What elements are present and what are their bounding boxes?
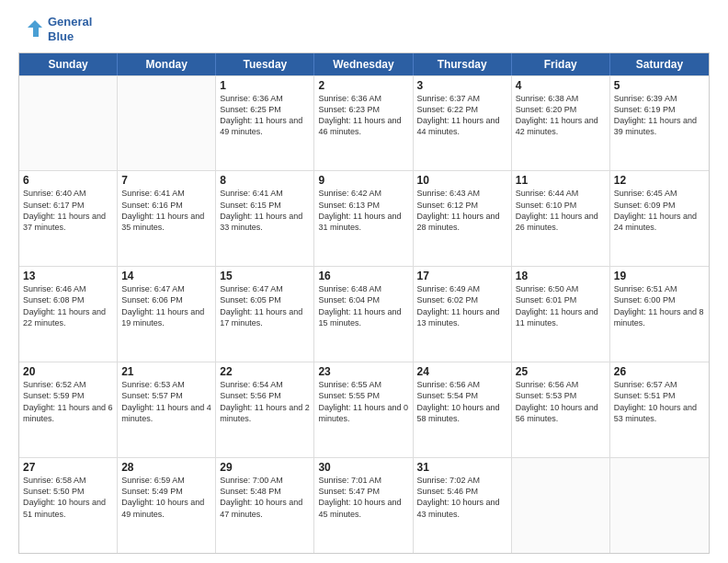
calendar-cell: 3Sunrise: 6:37 AM Sunset: 6:22 PM Daylig… bbox=[414, 76, 512, 171]
calendar-cell bbox=[118, 76, 216, 171]
day-number: 23 bbox=[318, 365, 408, 378]
day-number: 6 bbox=[23, 174, 113, 187]
header-day-wednesday: Wednesday bbox=[314, 53, 413, 75]
logo-container: GeneralBlue bbox=[18, 15, 92, 45]
cell-info: Sunrise: 6:48 AM Sunset: 6:04 PM Dayligh… bbox=[318, 283, 408, 328]
calendar-cell: 8Sunrise: 6:41 AM Sunset: 6:15 PM Daylig… bbox=[216, 171, 314, 266]
cell-info: Sunrise: 6:52 AM Sunset: 5:59 PM Dayligh… bbox=[23, 379, 113, 424]
day-number: 9 bbox=[318, 174, 408, 187]
header-day-monday: Monday bbox=[118, 53, 216, 75]
calendar-cell: 24Sunrise: 6:56 AM Sunset: 5:54 PM Dayli… bbox=[414, 362, 512, 457]
cell-info: Sunrise: 6:49 AM Sunset: 6:02 PM Dayligh… bbox=[417, 283, 507, 328]
calendar: SundayMondayTuesdayWednesdayThursdayFrid… bbox=[18, 52, 710, 555]
cell-info: Sunrise: 7:02 AM Sunset: 5:46 PM Dayligh… bbox=[417, 475, 507, 520]
day-number: 15 bbox=[220, 270, 310, 282]
day-number: 25 bbox=[516, 365, 606, 378]
calendar-row-1: 6Sunrise: 6:40 AM Sunset: 6:17 PM Daylig… bbox=[19, 170, 709, 266]
header: GeneralBlue bbox=[18, 15, 710, 45]
day-number: 2 bbox=[318, 79, 408, 92]
calendar-row-2: 13Sunrise: 6:46 AM Sunset: 6:08 PM Dayli… bbox=[19, 266, 709, 362]
day-number: 19 bbox=[614, 270, 705, 282]
calendar-cell: 30Sunrise: 7:01 AM Sunset: 5:47 PM Dayli… bbox=[314, 458, 413, 553]
calendar-cell: 1Sunrise: 6:36 AM Sunset: 6:25 PM Daylig… bbox=[216, 76, 314, 171]
cell-info: Sunrise: 6:51 AM Sunset: 6:00 PM Dayligh… bbox=[614, 283, 705, 328]
day-number: 17 bbox=[417, 270, 507, 282]
calendar-cell: 31Sunrise: 7:02 AM Sunset: 5:46 PM Dayli… bbox=[414, 458, 512, 553]
calendar-cell: 15Sunrise: 6:47 AM Sunset: 6:05 PM Dayli… bbox=[216, 267, 314, 362]
logo: GeneralBlue bbox=[18, 15, 92, 45]
calendar-cell: 23Sunrise: 6:55 AM Sunset: 5:55 PM Dayli… bbox=[314, 362, 413, 457]
calendar-cell: 16Sunrise: 6:48 AM Sunset: 6:04 PM Dayli… bbox=[314, 267, 413, 362]
day-number: 7 bbox=[121, 174, 211, 187]
header-day-saturday: Saturday bbox=[610, 53, 709, 75]
calendar-body: 1Sunrise: 6:36 AM Sunset: 6:25 PM Daylig… bbox=[19, 75, 709, 554]
day-number: 16 bbox=[318, 270, 408, 282]
day-number: 27 bbox=[23, 461, 113, 474]
cell-info: Sunrise: 6:41 AM Sunset: 6:15 PM Dayligh… bbox=[220, 188, 310, 233]
day-number: 31 bbox=[417, 461, 507, 474]
cell-info: Sunrise: 6:41 AM Sunset: 6:16 PM Dayligh… bbox=[121, 188, 211, 233]
calendar-header: SundayMondayTuesdayWednesdayThursdayFrid… bbox=[19, 53, 709, 75]
cell-info: Sunrise: 6:42 AM Sunset: 6:13 PM Dayligh… bbox=[318, 188, 408, 233]
day-number: 13 bbox=[23, 270, 113, 282]
day-number: 10 bbox=[417, 174, 507, 187]
day-number: 5 bbox=[614, 79, 705, 92]
header-day-thursday: Thursday bbox=[414, 53, 512, 75]
logo-bird-icon bbox=[18, 17, 44, 42]
logo-text: GeneralBlue bbox=[48, 15, 92, 45]
calendar-cell: 6Sunrise: 6:40 AM Sunset: 6:17 PM Daylig… bbox=[19, 171, 118, 266]
cell-info: Sunrise: 6:46 AM Sunset: 6:08 PM Dayligh… bbox=[23, 283, 113, 328]
day-number: 4 bbox=[516, 79, 606, 92]
calendar-cell: 29Sunrise: 7:00 AM Sunset: 5:48 PM Dayli… bbox=[216, 458, 314, 553]
calendar-cell bbox=[512, 458, 610, 553]
calendar-cell: 18Sunrise: 6:50 AM Sunset: 6:01 PM Dayli… bbox=[512, 267, 610, 362]
calendar-cell bbox=[610, 458, 709, 553]
cell-info: Sunrise: 7:01 AM Sunset: 5:47 PM Dayligh… bbox=[318, 475, 408, 520]
day-number: 3 bbox=[417, 79, 507, 92]
cell-info: Sunrise: 6:36 AM Sunset: 6:25 PM Dayligh… bbox=[220, 93, 310, 138]
calendar-row-4: 27Sunrise: 6:58 AM Sunset: 5:50 PM Dayli… bbox=[19, 457, 709, 553]
day-number: 24 bbox=[417, 365, 507, 378]
cell-info: Sunrise: 6:37 AM Sunset: 6:22 PM Dayligh… bbox=[417, 93, 507, 138]
day-number: 8 bbox=[220, 174, 310, 187]
cell-info: Sunrise: 6:40 AM Sunset: 6:17 PM Dayligh… bbox=[23, 188, 113, 233]
cell-info: Sunrise: 6:59 AM Sunset: 5:49 PM Dayligh… bbox=[121, 475, 211, 520]
day-number: 22 bbox=[220, 365, 310, 378]
calendar-cell: 27Sunrise: 6:58 AM Sunset: 5:50 PM Dayli… bbox=[19, 458, 118, 553]
cell-info: Sunrise: 6:47 AM Sunset: 6:05 PM Dayligh… bbox=[220, 283, 310, 328]
day-number: 30 bbox=[318, 461, 408, 474]
page: GeneralBlue SundayMondayTuesdayWednesday… bbox=[0, 0, 728, 563]
calendar-cell: 21Sunrise: 6:53 AM Sunset: 5:57 PM Dayli… bbox=[118, 362, 216, 457]
cell-info: Sunrise: 6:38 AM Sunset: 6:20 PM Dayligh… bbox=[516, 93, 606, 138]
calendar-cell bbox=[19, 76, 118, 171]
calendar-cell: 11Sunrise: 6:44 AM Sunset: 6:10 PM Dayli… bbox=[512, 171, 610, 266]
cell-info: Sunrise: 6:36 AM Sunset: 6:23 PM Dayligh… bbox=[318, 93, 408, 138]
day-number: 1 bbox=[220, 79, 310, 92]
cell-info: Sunrise: 7:00 AM Sunset: 5:48 PM Dayligh… bbox=[220, 475, 310, 520]
cell-info: Sunrise: 6:44 AM Sunset: 6:10 PM Dayligh… bbox=[516, 188, 606, 233]
day-number: 11 bbox=[516, 174, 606, 187]
calendar-row-3: 20Sunrise: 6:52 AM Sunset: 5:59 PM Dayli… bbox=[19, 362, 709, 457]
calendar-cell: 17Sunrise: 6:49 AM Sunset: 6:02 PM Dayli… bbox=[414, 267, 512, 362]
day-number: 12 bbox=[614, 174, 705, 187]
day-number: 29 bbox=[220, 461, 310, 474]
cell-info: Sunrise: 6:58 AM Sunset: 5:50 PM Dayligh… bbox=[23, 475, 113, 520]
day-number: 18 bbox=[516, 270, 606, 282]
cell-info: Sunrise: 6:39 AM Sunset: 6:19 PM Dayligh… bbox=[614, 93, 705, 138]
calendar-cell: 2Sunrise: 6:36 AM Sunset: 6:23 PM Daylig… bbox=[314, 76, 413, 171]
calendar-cell: 10Sunrise: 6:43 AM Sunset: 6:12 PM Dayli… bbox=[414, 171, 512, 266]
calendar-row-0: 1Sunrise: 6:36 AM Sunset: 6:25 PM Daylig… bbox=[19, 75, 709, 171]
header-day-sunday: Sunday bbox=[19, 53, 118, 75]
day-number: 20 bbox=[23, 365, 113, 378]
cell-info: Sunrise: 6:55 AM Sunset: 5:55 PM Dayligh… bbox=[318, 379, 408, 424]
day-number: 28 bbox=[121, 461, 211, 474]
calendar-cell: 14Sunrise: 6:47 AM Sunset: 6:06 PM Dayli… bbox=[118, 267, 216, 362]
header-day-friday: Friday bbox=[512, 53, 610, 75]
day-number: 21 bbox=[121, 365, 211, 378]
cell-info: Sunrise: 6:53 AM Sunset: 5:57 PM Dayligh… bbox=[121, 379, 211, 424]
calendar-cell: 28Sunrise: 6:59 AM Sunset: 5:49 PM Dayli… bbox=[118, 458, 216, 553]
cell-info: Sunrise: 6:43 AM Sunset: 6:12 PM Dayligh… bbox=[417, 188, 507, 233]
calendar-cell: 9Sunrise: 6:42 AM Sunset: 6:13 PM Daylig… bbox=[314, 171, 413, 266]
calendar-cell: 19Sunrise: 6:51 AM Sunset: 6:00 PM Dayli… bbox=[610, 267, 709, 362]
header-day-tuesday: Tuesday bbox=[216, 53, 314, 75]
